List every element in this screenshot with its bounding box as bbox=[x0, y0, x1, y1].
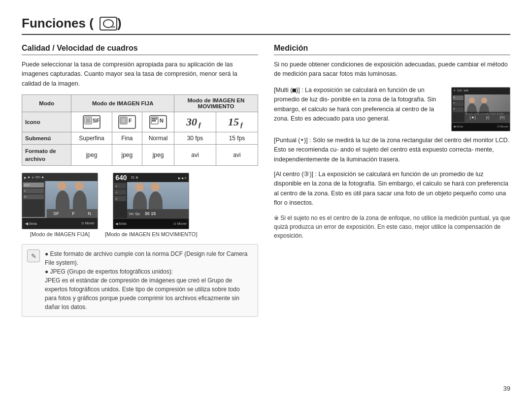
person2-head bbox=[75, 182, 84, 190]
cam2-icon-row: Vel. fija 30 15 bbox=[127, 209, 189, 218]
cam1-bottom: ◀ Atrás ⊙ Mover bbox=[22, 218, 98, 229]
camera-fn-icon: fn bbox=[100, 17, 117, 31]
icon-15fps: 15 ƒ bbox=[216, 112, 258, 132]
cam1-ok-label: ⊙ Mover bbox=[81, 221, 95, 225]
svg-text:SF: SF bbox=[93, 118, 100, 123]
cam2-bottom: ◀ Atrás ⊙ Mover bbox=[113, 219, 189, 229]
cam2-item1: ● bbox=[114, 183, 126, 188]
cam1-sidebar-item2: F bbox=[23, 188, 44, 193]
medicion-content: Si no puede obtener condiciones de expos… bbox=[274, 60, 510, 240]
table-row-icono: Icono SF bbox=[22, 112, 258, 132]
note-box: ✎ ● Este formato de archivo cumple con l… bbox=[22, 244, 258, 317]
page: Funciones ( fn ) Calidad / Velocidad de … bbox=[0, 0, 532, 401]
row-label-submenu: Submenú bbox=[22, 132, 71, 145]
note-text-block: ● Este formato de archivo cumple con la … bbox=[45, 249, 253, 311]
cell-fmt-fina: jpeg bbox=[112, 145, 142, 166]
medicion-remark: ※ Si el sujeto no es el centro de la zon… bbox=[274, 214, 510, 240]
svg-text:ƒ: ƒ bbox=[198, 122, 201, 129]
cell-fina: Fina bbox=[112, 132, 142, 145]
medi-centro-term: [Al centro (③)] bbox=[274, 171, 313, 178]
cell-fmt-normal: jpeg bbox=[142, 145, 174, 166]
right-section-title: Medición bbox=[274, 44, 510, 55]
cam1-sidebar: ●SF F N bbox=[22, 181, 45, 217]
note-icon: ✎ bbox=[27, 249, 40, 262]
cam2-ok: ⊙ Mover bbox=[173, 222, 187, 226]
icon-normal: N bbox=[142, 112, 174, 132]
medi-puntual-desc: : Sólo se medirá la luz de la zona recta… bbox=[274, 137, 509, 163]
svg-text:F: F bbox=[129, 118, 132, 123]
page-title-suffix: ) bbox=[117, 16, 122, 31]
screen2-wrapper: 640 31 ⊕ ▶ ■ ☀ ● A B bbox=[105, 173, 197, 237]
cam2-item3: B bbox=[114, 196, 126, 201]
cell-fmt-30fps: avi bbox=[174, 145, 216, 166]
cell-normal: Normal bbox=[142, 132, 174, 145]
fn-label: fn bbox=[111, 25, 115, 29]
svg-text:15: 15 bbox=[228, 116, 239, 128]
medi-centro-row: [Al centro (③)] : La exposición se calcu… bbox=[274, 169, 510, 208]
medi-screen-small: ☀ISOWB ● A B bbox=[451, 87, 510, 131]
table-row-submenu: Submenú Superfina Fina Normal 30 fps 15 … bbox=[22, 132, 258, 145]
svg-rect-16 bbox=[154, 120, 156, 122]
svg-text:N: N bbox=[160, 118, 164, 123]
screen2-box: 640 31 ⊕ ▶ ■ ☀ ● A B bbox=[113, 173, 189, 229]
cam1-ui: ▶■☀ISO■ ●SF F N bbox=[22, 173, 98, 229]
svg-text:30: 30 bbox=[186, 116, 197, 128]
cell-superfina: Superfina bbox=[71, 132, 112, 145]
medi-puntual-text: [Puntual (•)] : Sólo se medirá la luz de… bbox=[274, 135, 510, 164]
svg-text:ƒ: ƒ bbox=[240, 122, 243, 129]
icon-superfina: SF bbox=[71, 112, 112, 132]
cam2-sidebar: ● A B bbox=[113, 182, 127, 218]
note-line2: ● JPEG (Grupo de expertos fotográficos u… bbox=[45, 268, 173, 275]
cam1-back-label: ◀ Atrás bbox=[25, 221, 37, 226]
svg-rect-15 bbox=[152, 120, 154, 122]
cell-30fps: 30 fps bbox=[174, 132, 216, 145]
cam2-item2: A bbox=[114, 189, 126, 195]
screen2-caption: [Modo de IMAGEN EN MOVIMIENTO] bbox=[105, 231, 197, 237]
left-section-title: Calidad / Velocidad de cuadros bbox=[22, 44, 258, 55]
cam2-back: ◀ Atrás bbox=[115, 222, 127, 226]
medi-multi-text: [Multi (■)] : La exposición se calculará… bbox=[274, 85, 446, 131]
right-column: Medición Si no puede obtener condiciones… bbox=[274, 44, 510, 385]
cam1-icon-row: SFFN bbox=[47, 209, 98, 218]
screen1-box: ▶■☀ISO■ ●SF F N bbox=[22, 173, 98, 229]
svg-rect-13 bbox=[154, 118, 156, 120]
table-header-fija: Modo de IMAGEN FIJA bbox=[71, 95, 174, 112]
medi-centro-text: [Al centro (③)] : La exposición se calcu… bbox=[274, 169, 510, 208]
medicion-intro: Si no puede obtener condiciones de expos… bbox=[274, 60, 510, 79]
left-intro-text: Puede seleccionar la tasa de compresión … bbox=[22, 60, 258, 89]
screen-mockups: ▶■☀ISO■ ●SF F N bbox=[22, 173, 258, 237]
medi-multi-row: [Multi (■)] : La exposición se calculará… bbox=[274, 85, 510, 131]
cam2-person1-head bbox=[135, 183, 144, 191]
screen1-wrapper: ▶■☀ISO■ ●SF F N bbox=[22, 173, 98, 237]
svg-rect-12 bbox=[152, 118, 154, 120]
cell-15fps: 15 fps bbox=[216, 132, 258, 145]
note-line3: JPEG es el estándar de compresión de imá… bbox=[45, 277, 240, 310]
medi-puntual-row: [Puntual (•)] : Sólo se medirá la luz de… bbox=[274, 135, 510, 164]
row-label-formato: Formato dearchivo bbox=[22, 145, 71, 166]
screen1-caption: [Modo de IMAGEN FIJA] bbox=[30, 231, 90, 237]
page-number: 39 bbox=[503, 385, 510, 392]
icon-fina: F bbox=[112, 112, 142, 132]
svg-rect-14 bbox=[156, 118, 157, 120]
table-row-formato: Formato dearchivo jpeg jpeg jpeg avi avi bbox=[22, 145, 258, 166]
content-columns: Calidad / Velocidad de cuadros Puede sel… bbox=[22, 44, 510, 385]
left-column: Calidad / Velocidad de cuadros Puede sel… bbox=[22, 44, 258, 385]
svg-rect-6 bbox=[121, 118, 126, 123]
page-title: Funciones ( bbox=[22, 16, 94, 31]
cam2-person2-head bbox=[151, 183, 160, 191]
cam1-sidebar-item3: N bbox=[23, 194, 44, 199]
medi-puntual-term: [Puntual (•)] bbox=[274, 137, 308, 144]
page-header: Funciones ( fn ) bbox=[22, 16, 510, 35]
svg-rect-2 bbox=[86, 118, 91, 123]
cell-fmt-15fps: avi bbox=[216, 145, 258, 166]
cell-fmt-superfina: jpeg bbox=[71, 145, 112, 166]
table-header-modo: Modo bbox=[22, 95, 71, 112]
icon-30fps: 30 ƒ bbox=[174, 112, 216, 132]
table-header-movimiento: Modo de IMAGEN ENMOVIMIENTO bbox=[174, 95, 258, 112]
cam2-topbar: 640 31 ⊕ ▶ ■ ☀ bbox=[113, 173, 189, 182]
cam2-resolution: 640 bbox=[115, 174, 127, 182]
medi-multi-term: [Multi (■)] bbox=[274, 87, 300, 93]
person1-head bbox=[58, 182, 66, 190]
quality-table: Modo Modo de IMAGEN FIJA Modo de IMAGEN … bbox=[22, 94, 258, 166]
cam1-sidebar-item1: ●SF bbox=[23, 183, 44, 187]
